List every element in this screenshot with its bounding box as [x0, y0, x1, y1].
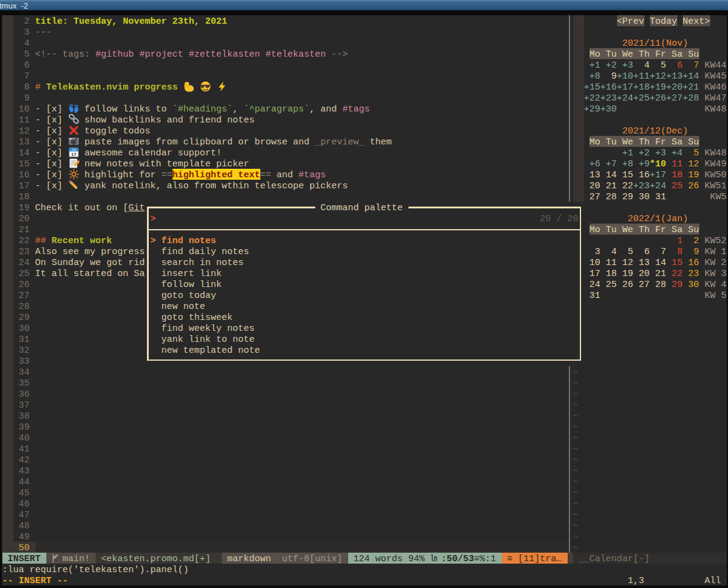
svg-text:17: 17: [71, 152, 76, 157]
